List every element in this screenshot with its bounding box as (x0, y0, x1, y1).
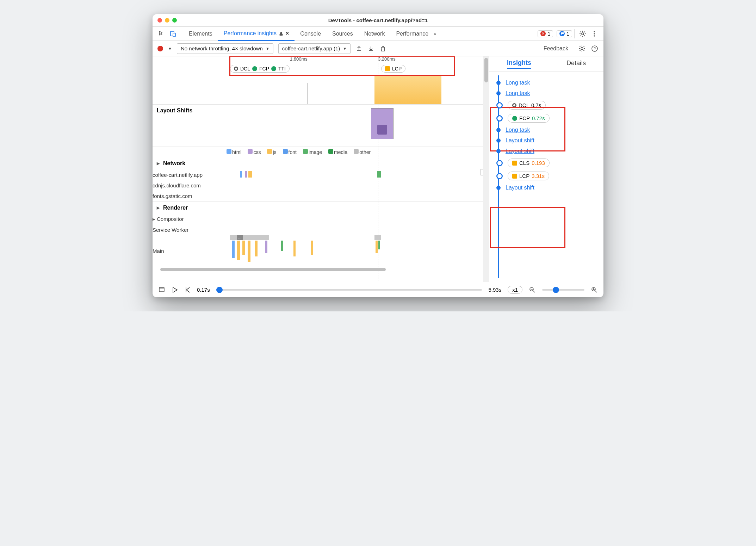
svg-text:?: ? (594, 46, 596, 51)
panel-gear-icon[interactable] (578, 45, 586, 52)
tab-elements[interactable]: Elements (183, 27, 218, 41)
section-renderer[interactable]: Renderer (153, 201, 483, 214)
expand-side-icon[interactable]: › (481, 169, 483, 175)
tab-performance-insights[interactable]: Performance insights × (218, 27, 295, 41)
insights-toolbar: ▼ No network throttling, 4× slowdown▼ co… (153, 41, 603, 56)
target-select[interactable]: coffee-cart.netlify.app (1)▼ (278, 43, 351, 54)
insight-pill[interactable]: LCP 3.31s (508, 172, 549, 180)
timeline-area[interactable]: 1,600ms 3,200ms DCL FCP TTI LCP (153, 56, 483, 282)
legend-item: html (227, 149, 241, 155)
trash-icon[interactable] (379, 45, 386, 52)
svg-rect-9 (159, 287, 164, 292)
svg-point-6 (581, 48, 583, 50)
record-button[interactable] (157, 46, 163, 51)
timeline-node (496, 160, 503, 166)
titlebar: DevTools - coffee-cart.netlify.app/?ad=1 (153, 14, 603, 27)
tab-network[interactable]: Network (359, 27, 391, 41)
gear-icon[interactable] (577, 29, 589, 39)
timeline-node (496, 149, 501, 153)
window-title: DevTools - coffee-cart.netlify.app/?ad=1 (153, 17, 603, 23)
insight-link[interactable]: Layout shift (506, 137, 534, 144)
svg-point-3 (594, 31, 595, 32)
message-badge[interactable]: 1 (557, 30, 572, 37)
insight-event: Layout shift (496, 185, 597, 191)
layout-shift-thumbnail[interactable] (371, 108, 394, 139)
legend-item: other (354, 149, 371, 155)
highlight-cls-lcp (490, 207, 565, 248)
section-network[interactable]: Network (153, 157, 483, 169)
more-tabs-icon[interactable]: » (434, 32, 436, 36)
usage-graph (153, 76, 483, 104)
timeline-node (496, 138, 501, 143)
network-legend: htmlcssjsfontimagemediaother (153, 147, 483, 157)
insight-link[interactable]: Long task (506, 80, 530, 86)
row-main: Main (153, 248, 223, 254)
tab-console[interactable]: Console (295, 27, 327, 41)
tab-performance[interactable]: Performance (390, 27, 434, 41)
side-tabs: Insights Details (489, 56, 603, 72)
fcp-marker-icon (252, 66, 257, 71)
insight-link[interactable]: Layout shift (506, 185, 534, 191)
side-tab-details[interactable]: Details (566, 60, 586, 68)
download-icon[interactable] (367, 45, 374, 52)
time-start: 0.17s (197, 287, 210, 293)
time-end: 5.93s (488, 287, 501, 293)
marker-group-primary[interactable]: DCL FCP TTI (230, 65, 290, 73)
row-service-worker: Service Worker (153, 227, 223, 233)
marker-lcp[interactable]: LCP (381, 65, 405, 73)
feedback-link[interactable]: Feedback (544, 45, 568, 52)
lcp-marker-icon (385, 66, 390, 71)
horizontal-scrollbar[interactable] (153, 267, 483, 272)
message-icon (559, 31, 565, 36)
toggle-console-icon[interactable] (158, 286, 165, 293)
main-thread-lane[interactable]: ... (223, 235, 483, 267)
side-tab-insights[interactable]: Insights (507, 59, 531, 69)
section-layout-shifts: Layout Shifts (153, 105, 483, 117)
insight-pill[interactable]: DCL 0.7s (508, 101, 546, 110)
zoom-out-icon[interactable] (529, 286, 536, 293)
insight-event: Layout shift (496, 148, 597, 154)
insight-link[interactable]: Layout shift (506, 148, 534, 154)
insight-event: Long task (496, 127, 597, 133)
insight-pill[interactable]: FCP 0.72s (508, 114, 550, 123)
error-icon: ✕ (540, 31, 546, 36)
tick-1600: 1,600ms (290, 56, 308, 62)
insight-event: DCL 0.7s (496, 101, 597, 110)
svg-point-4 (594, 33, 595, 35)
insight-link[interactable]: Long task (506, 90, 530, 97)
fcp-icon (512, 116, 517, 121)
tick-3200: 3,200ms (378, 56, 396, 62)
legend-item: css (248, 149, 261, 155)
svg-point-5 (594, 35, 595, 37)
zoom-in-icon[interactable] (591, 286, 598, 293)
kebab-icon[interactable] (589, 29, 600, 39)
timeline-node (496, 115, 503, 122)
row-compositor[interactable]: Compositor (153, 216, 223, 222)
tab-sources[interactable]: Sources (327, 27, 359, 41)
device-toggle-icon[interactable] (167, 29, 179, 39)
legend-item: image (303, 149, 322, 155)
time-ruler: 1,600ms 3,200ms DCL FCP TTI LCP (153, 56, 483, 76)
upload-icon[interactable] (355, 45, 362, 52)
throttle-select[interactable]: No network throttling, 4× slowdown▼ (177, 43, 273, 54)
error-badge[interactable]: ✕ 1 (538, 30, 553, 37)
record-options-icon[interactable]: ▼ (168, 46, 172, 51)
playback-footer: 0.17s 5.93s x1 (153, 282, 603, 297)
timeline-node (496, 102, 503, 108)
dcl-icon (512, 103, 516, 107)
insight-link[interactable]: Long task (506, 127, 530, 133)
help-icon[interactable]: ? (591, 45, 599, 52)
svg-line-12 (533, 291, 535, 292)
playback-slider[interactable] (216, 289, 482, 291)
insight-pill[interactable]: CLS 0.193 (508, 159, 550, 167)
inspect-icon[interactable] (156, 29, 167, 39)
network-row-2: fonts.gstatic.com (153, 191, 483, 201)
skip-back-icon[interactable] (184, 287, 191, 293)
zoom-level[interactable]: x1 (508, 286, 522, 294)
play-icon[interactable] (172, 287, 178, 293)
timeline-node (496, 91, 501, 95)
vertical-scrollbar[interactable] (483, 56, 489, 282)
insight-event: LCP 3.31s (496, 172, 597, 180)
close-tab-icon[interactable]: × (286, 30, 289, 37)
zoom-slider[interactable] (542, 289, 584, 291)
